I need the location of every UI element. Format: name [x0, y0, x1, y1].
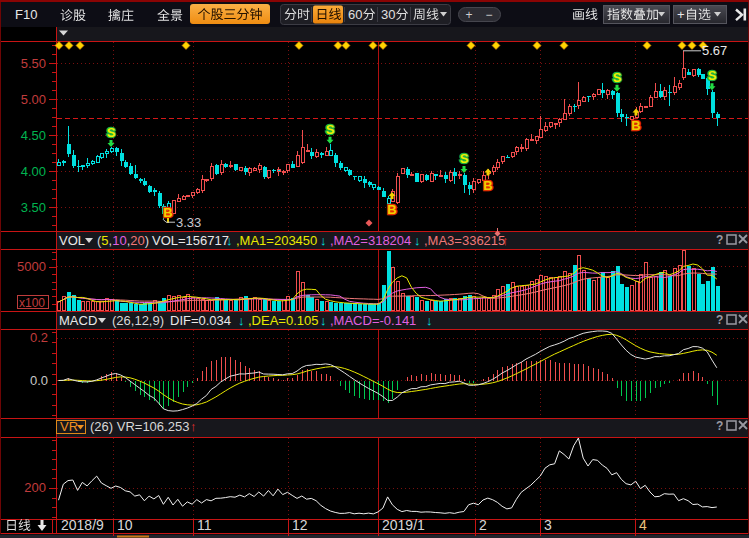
svg-text:?: ?: [716, 419, 723, 433]
svg-text:,MACD=-0.141: ,MACD=-0.141: [330, 313, 416, 328]
svg-text:S: S: [460, 151, 469, 166]
svg-text:,DEA=0.105: ,DEA=0.105: [248, 313, 318, 328]
svg-text:11: 11: [197, 517, 212, 533]
svg-text:5.67: 5.67: [702, 43, 727, 58]
svg-text:5.50: 5.50: [21, 56, 46, 71]
svg-text:↓: ↓: [414, 233, 421, 248]
svg-text:3.50: 3.50: [21, 200, 46, 215]
svg-text:B: B: [631, 118, 640, 133]
svg-text:(26,12,9): (26,12,9): [112, 313, 164, 328]
svg-text:30: 30: [381, 7, 395, 22]
svg-text:↓: ↓: [226, 233, 233, 248]
svg-text:VOL=156717: VOL=156717: [152, 233, 229, 248]
svg-text:3.33: 3.33: [176, 215, 201, 230]
svg-text:200: 200: [24, 480, 46, 495]
svg-text:2018/9: 2018/9: [61, 517, 104, 533]
svg-text:B: B: [387, 202, 396, 217]
svg-text:VOL: VOL: [59, 233, 85, 248]
svg-text:60: 60: [348, 7, 362, 22]
svg-text:S: S: [326, 122, 335, 137]
svg-text:↑: ↑: [190, 419, 197, 434]
svg-text:,MA2=318204: ,MA2=318204: [330, 233, 411, 248]
svg-text:x100: x100: [19, 296, 45, 310]
svg-text:S: S: [613, 70, 622, 85]
svg-text:+: +: [465, 8, 472, 22]
svg-text:↓: ↓: [426, 313, 433, 328]
svg-text:S: S: [107, 125, 116, 140]
svg-text:4.50: 4.50: [21, 128, 46, 143]
svg-text:5.00: 5.00: [21, 92, 46, 107]
svg-text:5000: 5000: [17, 259, 46, 274]
svg-text:+: +: [677, 7, 685, 22]
svg-text:B: B: [163, 205, 172, 220]
svg-text:4.00: 4.00: [21, 164, 46, 179]
svg-text:B: B: [483, 178, 492, 193]
svg-text:↓: ↓: [320, 233, 327, 248]
svg-text:(26) VR=106.253: (26) VR=106.253: [90, 419, 189, 434]
svg-text:↓: ↓: [320, 313, 327, 328]
svg-text:MACD: MACD: [59, 313, 97, 328]
svg-text:(5,10,20): (5,10,20): [97, 233, 149, 248]
svg-text:3: 3: [544, 517, 552, 533]
svg-text:10: 10: [117, 517, 133, 533]
svg-text:?: ?: [716, 313, 723, 327]
svg-text:0.0: 0.0: [30, 373, 48, 388]
svg-text:S: S: [708, 68, 717, 83]
svg-text:2: 2: [479, 517, 487, 533]
svg-text:?: ?: [716, 233, 723, 247]
svg-text:DIF=0.034: DIF=0.034: [170, 313, 231, 328]
svg-text:,MA1=203450: ,MA1=203450: [236, 233, 317, 248]
svg-text:↑: ↑: [502, 233, 509, 248]
svg-text:0.2: 0.2: [30, 330, 48, 345]
svg-text:4: 4: [639, 517, 647, 533]
svg-text:F10: F10: [15, 7, 37, 22]
svg-text:−: −: [485, 8, 492, 22]
svg-text:VR: VR: [60, 419, 78, 434]
svg-text:↓: ↓: [238, 313, 245, 328]
svg-text:2019/1: 2019/1: [382, 517, 425, 533]
svg-text:12: 12: [292, 517, 308, 533]
svg-text:,MA3=336215: ,MA3=336215: [424, 233, 505, 248]
